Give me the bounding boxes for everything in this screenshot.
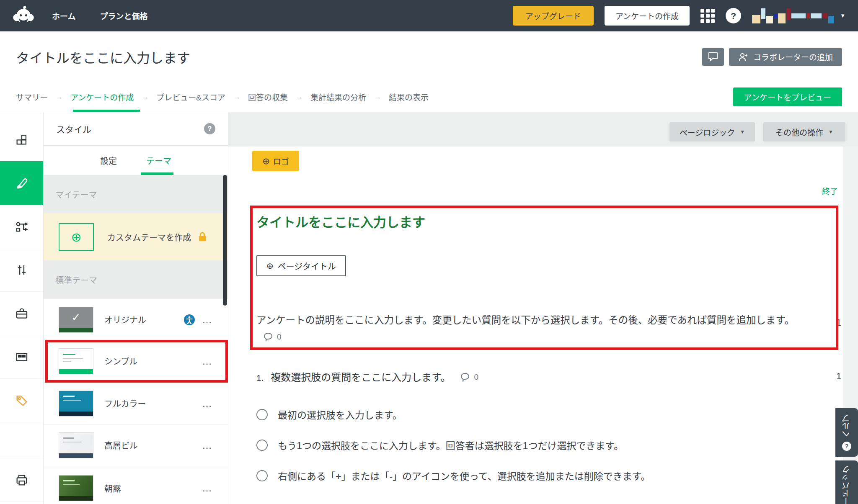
style-panel-title: スタイル (56, 123, 91, 135)
rail-print-icon[interactable] (0, 458, 43, 502)
create-custom-theme-row[interactable]: ⊕ カスタムテーマを作成 (44, 213, 228, 260)
help-side-tab[interactable]: ? ヘルプ (835, 408, 858, 457)
rail-build-blocks-icon[interactable] (0, 118, 43, 161)
top-navbar: ホーム プランと価格 アップグレード アンケートの作成 ? (0, 0, 858, 31)
create-survey-button[interactable]: アンケートの作成 (605, 6, 690, 26)
add-logo-button[interactable]: ⊕ ロゴ (252, 151, 299, 171)
tab-themes[interactable]: テーマ (146, 154, 171, 167)
step-analyze-results[interactable]: 集計結果の分析 (310, 91, 366, 103)
theme-name: フルカラー (104, 397, 146, 409)
step-preview-score[interactable]: プレビュー&スコア (156, 91, 225, 103)
apps-grid-icon[interactable] (700, 9, 715, 23)
theme-thumbnail-highrise (59, 432, 93, 458)
question-1[interactable]: 1. 複数選択肢の質問をここに入力します。 0 (256, 369, 478, 384)
feedback-side-tab[interactable]: フィードバック (835, 460, 858, 504)
builder-icon-rail (0, 112, 44, 504)
style-panel: スタイル ? 設定 テーマ マイテーマ ⊕ カスタムテーマを作成 標準テーマ (44, 112, 228, 504)
theme-options-ellipsis[interactable]: … (202, 443, 213, 447)
answer-option-1[interactable]: 最初の選択肢を入力します。 (256, 407, 402, 422)
lock-icon (197, 231, 208, 243)
arrow-right-icon: → (55, 93, 63, 101)
question-number: 1. (256, 373, 264, 383)
rail-options-sliders-icon[interactable] (0, 248, 43, 292)
chevron-down-icon: ▼ (840, 13, 845, 19)
theme-name: オリジナル (104, 314, 146, 326)
theme-thumbnail-simple (59, 348, 93, 374)
comment-count: 0 (474, 373, 478, 382)
user-account-menu[interactable]: ▼ (752, 8, 845, 23)
add-page-title-button[interactable]: ⊕ ページタイトル (256, 255, 346, 276)
nav-plans-pricing[interactable]: プランと価格 (100, 10, 147, 21)
question-comments[interactable]: 0 (460, 373, 478, 382)
more-actions-label: その他の操作 (775, 126, 823, 138)
standard-themes-section-label: 標準テーマ (44, 260, 228, 299)
upgrade-button[interactable]: アップグレード (513, 6, 594, 26)
radio-icon[interactable] (256, 470, 268, 481)
nav-home[interactable]: ホーム (52, 10, 75, 21)
panel-scrollbar[interactable] (223, 175, 227, 306)
radio-icon[interactable] (256, 440, 268, 451)
add-logo-label: ロゴ (273, 155, 289, 167)
rail-footer-card-icon[interactable] (0, 335, 43, 379)
rail-tag-icon[interactable] (0, 379, 43, 422)
survey-page-title: タイトルをここに入力します (16, 47, 190, 67)
step-present-results[interactable]: 結果の表示 (389, 91, 429, 103)
rail-logic-branch-icon[interactable] (0, 205, 43, 248)
add-theme-box: ⊕ (59, 223, 94, 251)
theme-row-original[interactable]: ✓ オリジナル … (44, 299, 228, 341)
selected-check-icon: ✓ (59, 307, 93, 328)
end-link[interactable]: 終了 (822, 185, 838, 196)
description-comments[interactable]: 0 (263, 329, 282, 345)
theme-name: 高層ビル (104, 439, 138, 451)
radio-icon[interactable] (256, 409, 268, 420)
theme-options-ellipsis[interactable]: … (202, 359, 213, 363)
theme-thumbnail-original: ✓ (59, 307, 93, 333)
step-summary[interactable]: サマリー (16, 91, 48, 103)
theme-options-ellipsis[interactable]: … (202, 318, 213, 322)
chevron-down-icon: ▼ (740, 129, 745, 135)
navbar-right: アップグレード アンケートの作成 ? (513, 6, 845, 26)
theme-options-ellipsis[interactable]: … (202, 401, 213, 406)
theme-row-simple[interactable]: シンプル … (44, 340, 228, 383)
help-tab-label: ヘルプ (841, 414, 853, 438)
survey-inline-title[interactable]: タイトルをここに入力します (256, 212, 425, 231)
step-design-survey[interactable]: アンケートの作成 (70, 91, 134, 103)
rail-style-brush-icon[interactable] (0, 161, 43, 205)
survey-canvas: ページロジック ▼ その他の操作 ▼ ⊕ ロゴ 終了 タイトルをここに入力します… (228, 112, 858, 504)
page-logic-label: ページロジック (680, 126, 735, 138)
active-step-underline (73, 110, 140, 112)
arrow-right-icon: → (233, 93, 240, 101)
feedback-tab-label: フィードバック (841, 466, 853, 504)
more-actions-dropdown[interactable]: その他の操作 ▼ (763, 122, 845, 141)
step-collect-responses[interactable]: 回答の収集 (248, 91, 288, 103)
preview-survey-button[interactable]: アンケートをプレビュー (733, 87, 842, 106)
page-logic-dropdown[interactable]: ページロジック ▼ (669, 122, 755, 141)
comments-button[interactable] (702, 48, 724, 66)
answer-option-3[interactable]: 右側にある「+」または「-」のアイコンを使って、選択肢を追加または削除できます。 (256, 468, 650, 483)
theme-row-fullcolor[interactable]: フルカラー … (44, 383, 228, 424)
theme-thumbnail-morningdew (59, 475, 93, 501)
add-collaborator-button[interactable]: コラボレーターの追加 (729, 48, 842, 66)
surveymonkey-edit-page: ホーム プランと価格 アップグレード アンケートの作成 ? (0, 0, 858, 504)
themes-list: マイテーマ ⊕ カスタムテーマを作成 標準テーマ ✓ オリジナル (44, 175, 228, 504)
theme-row-highrise[interactable]: 高層ビル … (44, 424, 228, 466)
rail-toolbox-icon[interactable] (0, 292, 43, 335)
theme-options-ellipsis[interactable]: … (202, 486, 213, 490)
user-account-redacted (752, 8, 834, 23)
theme-row-morningdew[interactable]: 朝露 … (44, 467, 228, 504)
tab-settings[interactable]: 設定 (100, 154, 117, 167)
add-collaborator-label: コラボレーターの追加 (753, 51, 833, 62)
arrow-right-icon: → (141, 93, 149, 101)
question-text: 複数選択肢の質問をここに入力します。 (271, 372, 451, 383)
header-actions: コラボレーターの追加 (702, 48, 842, 66)
theme-name: 朝露 (104, 482, 121, 494)
answer-option-2[interactable]: もう1つの選択肢をここに入力します。回答者は選択肢を1つだけ選択できます。 (256, 437, 623, 453)
survey-description[interactable]: アンケートの説明をここに入力します。変更したい質問を以下から選択します。その後、… (256, 312, 820, 346)
help-question-icon: ? (842, 442, 851, 451)
page-header: タイトルをここに入力します コラボレーターの追加 (0, 31, 858, 82)
help-icon[interactable]: ? (726, 8, 741, 23)
surveymonkey-logo-icon[interactable] (13, 5, 34, 27)
comment-bubble-icon (460, 373, 470, 382)
style-help-icon[interactable]: ? (204, 123, 215, 134)
theme-name: シンプル (104, 355, 137, 367)
